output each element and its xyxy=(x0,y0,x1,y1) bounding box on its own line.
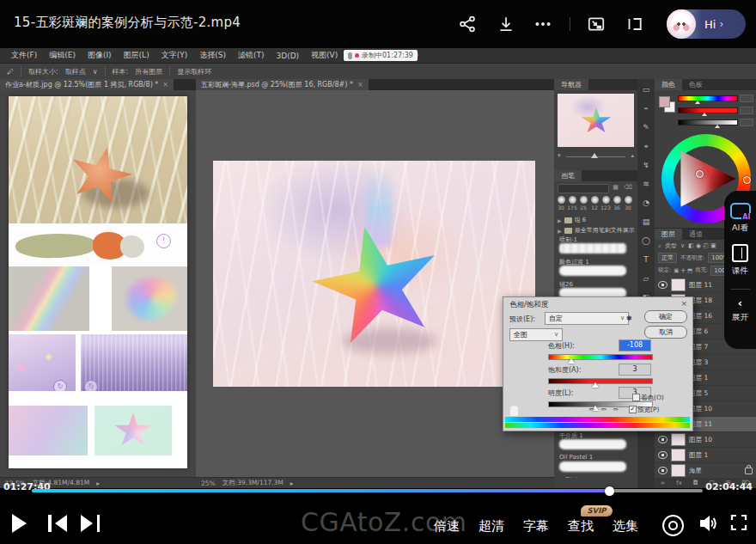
rail-item-courseware[interactable]: 课件 xyxy=(732,244,748,277)
brightness-slider[interactable] xyxy=(678,119,738,125)
brush-preset[interactable]: 12 xyxy=(589,196,600,211)
cancel-button[interactable]: 取消 xyxy=(644,326,687,339)
canvas-artwork[interactable] xyxy=(213,161,535,387)
foreground-color-swatch[interactable] xyxy=(659,96,670,107)
show-ring-checkbox[interactable]: 显示取样环 xyxy=(177,67,211,76)
brush-item[interactable]: 喷刷-1 xyxy=(554,235,637,258)
tool-icon[interactable]: ▭ xyxy=(641,84,652,95)
search-icon[interactable]: ⌕ xyxy=(658,242,662,249)
brush-preset[interactable]: 30 xyxy=(556,196,566,211)
episodes-button[interactable]: 选集 xyxy=(613,518,638,535)
blend-mode-dropdown[interactable]: 正常 xyxy=(658,253,677,263)
ps-menu-item[interactable]: 图层(L) xyxy=(118,50,155,61)
layer-thumbnail[interactable] xyxy=(671,278,686,291)
download-icon[interactable] xyxy=(497,15,515,34)
brush-group-row[interactable]: ▶ 组 6 xyxy=(554,215,637,225)
eyedropper-tool-icon[interactable]: 🖊 xyxy=(7,68,14,76)
ps-menu-item[interactable]: 图像(I) xyxy=(82,50,118,61)
tool-icon[interactable]: ▱ xyxy=(641,273,652,284)
navigator-thumbnail[interactable] xyxy=(558,94,634,147)
close-icon[interactable]: × xyxy=(162,81,168,89)
tool-icon[interactable]: ◯ xyxy=(641,235,652,247)
tool-icon[interactable]: ⌁ xyxy=(641,103,652,114)
visibility-eye-icon[interactable] xyxy=(658,281,668,289)
brush-item[interactable]: 圆形2笔 xyxy=(554,476,637,478)
hue-value-input[interactable]: -108 xyxy=(619,339,651,351)
sample-size-dropdown[interactable]: 取样点 xyxy=(65,67,86,76)
play-button[interactable] xyxy=(12,514,27,533)
volume-icon[interactable] xyxy=(698,514,718,533)
layer-thumbnail[interactable] xyxy=(671,433,686,446)
next-episode-button[interactable] xyxy=(81,515,100,532)
left-doc-tab[interactable]: 作业a-材质.jpg @ 12.5%(图层 1 拷贝, RGB/8) *× xyxy=(0,79,174,90)
zoom-slider-handle[interactable] xyxy=(591,153,598,158)
tab-channels[interactable]: 通道 xyxy=(682,229,710,240)
center-doc-tab[interactable]: 五彩斑斓-海星.psd @ 25%(图层 16, RGB/8#) *× xyxy=(196,79,369,90)
visibility-eye-icon[interactable] xyxy=(658,436,668,443)
brush-preset[interactable]: 25 xyxy=(578,196,588,211)
gear-icon[interactable]: ✱ xyxy=(626,315,632,322)
tool-icon[interactable]: ✎ xyxy=(641,122,652,133)
navigator-zoom-slider[interactable]: ▾ ▴ xyxy=(558,151,634,162)
colorize-checkbox[interactable] xyxy=(632,394,640,401)
saturation-value-input[interactable]: 3 xyxy=(619,364,651,376)
previous-episode-button[interactable] xyxy=(48,515,67,532)
quality-button[interactable]: 超清 xyxy=(479,518,504,535)
layer-row[interactable]: 图层 10 xyxy=(655,432,756,448)
tab-layers[interactable]: 图层 xyxy=(655,229,682,240)
brush-preset[interactable]: 175 xyxy=(567,196,577,211)
visibility-eye-icon[interactable] xyxy=(658,451,668,459)
layer-row[interactable]: 海星 xyxy=(655,463,756,478)
tab-color[interactable]: 颜色 xyxy=(655,79,682,90)
subtitles-button[interactable]: 字幕 xyxy=(523,518,549,535)
sample-dropdown[interactable]: 所有图层 xyxy=(135,67,162,76)
close-icon[interactable]: × xyxy=(357,81,363,89)
rail-item-expand[interactable]: ‹ 展开 xyxy=(732,298,748,323)
targeted-adjust-hand-icon[interactable] xyxy=(510,407,518,416)
ps-menu-item[interactable]: 视图(V) xyxy=(305,50,344,61)
brush-preset[interactable]: 30 xyxy=(623,196,633,211)
more-icon[interactable] xyxy=(533,15,552,34)
brush-group-row[interactable]: ▶ 最全常用笔刷文件展示 xyxy=(554,225,637,235)
user-avatar-pill[interactable]: Hi › xyxy=(667,9,746,39)
share-icon[interactable] xyxy=(458,15,477,34)
progress-knob[interactable] xyxy=(605,486,614,496)
brush-item[interactable]: 干介质 1 xyxy=(554,431,637,454)
visibility-eye-icon[interactable] xyxy=(658,467,668,474)
filter-type-dropdown[interactable]: 类型 xyxy=(665,241,677,250)
close-icon[interactable]: × xyxy=(680,299,687,308)
progress-track[interactable] xyxy=(32,489,703,492)
ps-menu-item[interactable]: 编辑(E) xyxy=(43,50,82,61)
hue-dialog-slider[interactable] xyxy=(548,354,653,360)
tab-swatches[interactable]: 色板 xyxy=(682,79,710,90)
tool-icon[interactable]: ↯ xyxy=(641,160,652,171)
scope-dropdown[interactable]: 全图∨ xyxy=(509,328,563,341)
saturation-slider[interactable] xyxy=(678,107,738,113)
saturation-dialog-slider[interactable] xyxy=(548,378,653,384)
brush-search-input[interactable] xyxy=(558,184,609,193)
brush-preset[interactable]: 123 xyxy=(601,196,611,211)
tool-icon[interactable]: ◔ xyxy=(641,198,652,209)
find-button[interactable]: 查找 xyxy=(568,518,594,535)
video-frame[interactable]: 文件(F)编辑(E)图像(I)图层(L)文字(Y)选择(S)滤镜(T)3D(D)… xyxy=(0,48,756,488)
fullscreen-icon[interactable] xyxy=(730,514,747,531)
brush-panel-icons[interactable]: ▦ ⌫ xyxy=(613,184,634,191)
tool-icon[interactable]: ▤ xyxy=(641,217,652,228)
ok-button[interactable]: 确定 xyxy=(644,310,687,323)
hue-saturation-dialog[interactable]: 色相/饱和度 × 预设(E): 自定∨ ✱ 确定 取消 全图∨ 色相(H): -… xyxy=(503,296,693,431)
ps-menu-item[interactable]: 3D(D) xyxy=(270,52,305,60)
theater-mode-icon[interactable] xyxy=(625,15,643,34)
record-ring-icon[interactable] xyxy=(662,515,684,536)
brush-item[interactable]: Oil Pastel 1 xyxy=(554,454,637,476)
sat-bright-selector[interactable] xyxy=(696,170,704,178)
preview-checkbox[interactable]: ✓ xyxy=(629,406,637,413)
tool-icon[interactable]: T xyxy=(641,254,652,266)
tab-navigator[interactable]: 导航器 xyxy=(554,79,588,90)
hue-ring-selector[interactable] xyxy=(743,176,751,184)
tab-brushes[interactable]: 画笔 xyxy=(554,170,582,181)
preset-dropdown[interactable]: 自定∨ xyxy=(545,312,629,325)
rail-item-ai-view[interactable]: AI AI看 xyxy=(730,203,751,234)
ps-menu-item[interactable]: 文件(F) xyxy=(5,50,43,61)
layer-row[interactable]: 图层 1 xyxy=(655,448,756,463)
ps-menu-item[interactable]: 文字(Y) xyxy=(155,50,194,61)
